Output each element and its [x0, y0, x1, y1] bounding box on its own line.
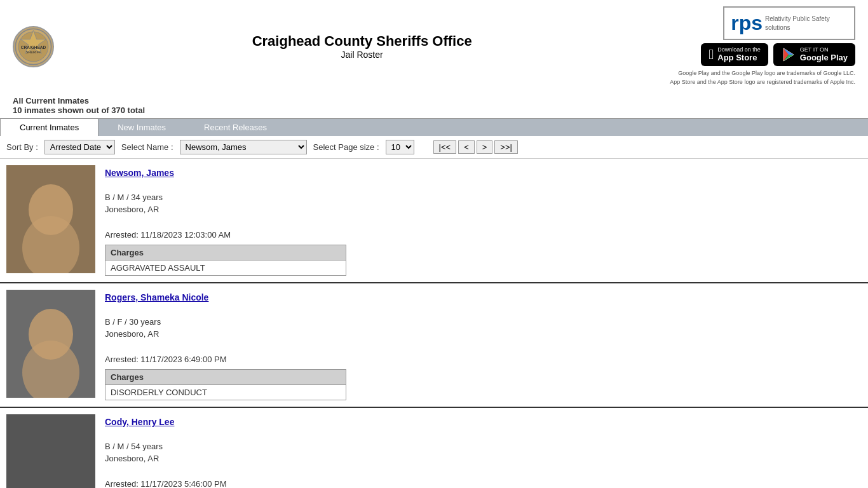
next-page-button[interactable]: > — [477, 140, 493, 154]
google-play-button[interactable]: GET IT ON Google Play — [773, 43, 855, 66]
tab-new-inmates[interactable]: New Inmates — [98, 119, 185, 136]
controls-bar: Sort By : Arrested Date Select Name : Ne… — [0, 136, 868, 159]
inmates-summary: All Current Inmates 10 inmates shown out… — [0, 93, 868, 118]
inmate-photo — [6, 165, 95, 273]
page-header: CRAIGHEAD SHERIFF Craighead County Sheri… — [0, 0, 868, 93]
inmate-demographics: B / M / 34 years — [105, 193, 862, 202]
sort-select[interactable]: Arrested Date — [44, 140, 115, 154]
charges-header: Charges — [105, 370, 346, 385]
prev-page-button[interactable]: < — [458, 140, 475, 154]
google-play-text: GET IT ON Google Play — [800, 47, 848, 63]
app-store-button[interactable]:  Download on the App Store — [701, 43, 768, 66]
page-size-label: Select Page size : — [313, 142, 379, 152]
rps-logo-text: rps — [731, 11, 763, 35]
inmate-details: Rogers, Shameka NicoleB / F / 30 yearsJo… — [105, 290, 862, 400]
inmate-row: Newsom, JamesB / M / 34 yearsJonesboro, … — [0, 159, 868, 283]
first-page-button[interactable]: |<< — [433, 140, 457, 154]
charge-item: DISORDERLY CONDUCT — [105, 385, 346, 400]
nav-tabs: Current Inmates New Inmates Recent Relea… — [0, 118, 868, 136]
inmate-location: Jonesboro, AR — [105, 454, 862, 463]
charges-table: ChargesAGGRAVATED ASSAULT — [105, 245, 346, 276]
tab-current-inmates[interactable]: Current Inmates — [0, 119, 98, 136]
inmate-row: Rogers, Shameka NicoleB / F / 30 yearsJo… — [0, 283, 868, 408]
app-store-large-text: App Store — [717, 53, 761, 63]
sheriff-badge: CRAIGHEAD SHERIFF — [13, 26, 54, 67]
charge-item: AGGRAVATED ASSAULT — [105, 261, 346, 276]
inmate-location: Jonesboro, AR — [105, 329, 862, 339]
inmate-arrested-date: Arrested: 11/18/2023 12:03:00 AM — [105, 230, 862, 240]
google-play-small-text: GET IT ON — [800, 47, 848, 53]
rps-tagline: Relativity Public Safety solutions — [765, 15, 848, 32]
charges-section: ChargesAGGRAVATED ASSAULT — [105, 245, 862, 276]
charges-table: ChargesDISORDERLY CONDUCT — [105, 369, 346, 400]
last-page-button[interactable]: >>| — [494, 140, 518, 154]
inmate-demographics: B / F / 30 years — [105, 317, 862, 327]
inmate-details: Newsom, JamesB / M / 34 yearsJonesboro, … — [105, 165, 862, 276]
site-title: Craighead County Sheriffs Office — [252, 33, 472, 50]
google-play-large-text: Google Play — [800, 53, 848, 63]
charges-header: Charges — [105, 245, 346, 261]
page-size-select[interactable]: 10 25 50 — [386, 140, 414, 154]
summary-line2: 10 inmates shown out of 370 total — [13, 105, 855, 115]
inmate-row: Cody, Henry LeeB / M / 54 yearsJonesboro… — [0, 408, 868, 488]
logo-section: CRAIGHEAD SHERIFF — [13, 26, 54, 67]
pagination: |<< < > >>| — [433, 140, 518, 154]
app-download-buttons:  Download on the App Store GET IT ON Go… — [701, 43, 855, 66]
charges-section: ChargesDISORDERLY CONDUCT — [105, 369, 862, 400]
site-title-section: Craighead County Sheriffs Office Jail Ro… — [252, 33, 472, 60]
google-play-icon — [781, 47, 796, 62]
header-right-section: rps Relativity Public Safety solutions … — [670, 6, 855, 86]
inmate-name[interactable]: Newsom, James — [105, 168, 862, 178]
inmate-name[interactable]: Rogers, Shameka Nicole — [105, 292, 862, 302]
app-disclaimer: Google Play and the Google Play logo are… — [670, 69, 855, 86]
inmate-photo — [6, 290, 95, 398]
inmate-location: Jonesboro, AR — [105, 205, 862, 214]
name-select[interactable]: Newsom, James — [180, 140, 307, 154]
inmate-photo — [6, 414, 95, 488]
app-store-text: Download on the App Store — [717, 47, 761, 63]
sort-label: Sort By : — [6, 142, 38, 152]
apple-icon:  — [709, 46, 714, 63]
inmate-arrested-date: Arrested: 11/17/2023 5:46:00 PM — [105, 479, 862, 488]
svg-text:CRAIGHEAD: CRAIGHEAD — [21, 44, 46, 49]
inmate-name[interactable]: Cody, Henry Lee — [105, 417, 862, 427]
app-store-small-text: Download on the — [717, 47, 761, 53]
rps-logo: rps Relativity Public Safety solutions — [723, 6, 855, 40]
inmates-list: Newsom, JamesB / M / 34 yearsJonesboro, … — [0, 159, 868, 488]
svg-text:SHERIFF: SHERIFF — [25, 50, 41, 54]
tab-recent-releases[interactable]: Recent Releases — [185, 119, 286, 136]
inmate-details: Cody, Henry LeeB / M / 54 yearsJonesboro… — [105, 414, 862, 488]
name-label: Select Name : — [121, 142, 173, 152]
inmate-demographics: B / M / 54 years — [105, 442, 862, 451]
summary-line1: All Current Inmates — [13, 96, 855, 105]
inmate-arrested-date: Arrested: 11/17/2023 6:49:00 PM — [105, 355, 862, 364]
site-subtitle: Jail Roster — [252, 50, 472, 60]
